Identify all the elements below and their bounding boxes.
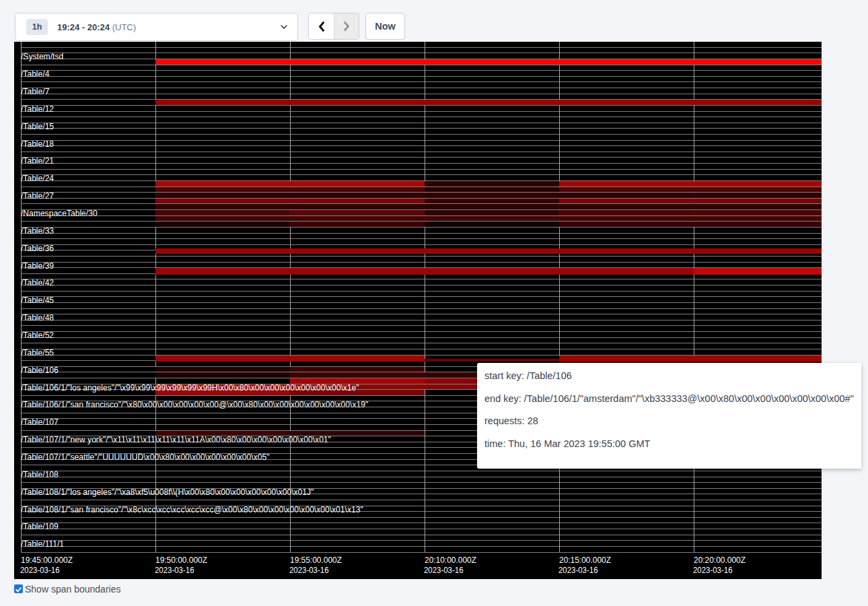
svg-text:/Table/108/1/"los angeles"/"\x: /Table/108/1/"los angeles"/"\xa8\xf5\u00… <box>21 487 314 497</box>
svg-text:/Table/109: /Table/109 <box>21 522 59 531</box>
svg-text:/Table/27: /Table/27 <box>21 191 54 201</box>
svg-text:/Table/106/1/"los angeles"/"\x: /Table/106/1/"los angeles"/"\x99\x99\x99… <box>21 383 359 393</box>
svg-text:/Table/15: /Table/15 <box>21 122 54 131</box>
svg-text:2023-03-16: 2023-03-16 <box>20 565 60 575</box>
svg-text:/System/tsd: /System/tsd <box>21 52 63 61</box>
svg-text:19:55:00.000Z: 19:55:00.000Z <box>290 555 342 565</box>
svg-text:/Table/106: /Table/106 <box>21 366 59 375</box>
svg-text:/Table/111/1: /Table/111/1 <box>21 539 64 549</box>
svg-text:/Table/107/1/"new york"/"\x11\: /Table/107/1/"new york"/"\x11\x11\x11\x1… <box>21 435 331 444</box>
svg-text:/Table/12: /Table/12 <box>21 104 54 114</box>
svg-text:2023-03-16: 2023-03-16 <box>289 565 329 575</box>
svg-text:/Table/55: /Table/55 <box>21 348 54 358</box>
svg-text:20:15:00.000Z: 20:15:00.000Z <box>559 555 611 565</box>
svg-text:/Table/33: /Table/33 <box>21 226 54 236</box>
svg-text:2023-03-16: 2023-03-16 <box>155 565 194 575</box>
svg-text:/NamespaceTable/30: /NamespaceTable/30 <box>21 209 98 218</box>
svg-text:/Table/107: /Table/107 <box>21 417 59 427</box>
svg-text:/Table/106/1/"san francisco"/": /Table/106/1/"san francisco"/"\x80\x00\x… <box>21 400 368 409</box>
svg-text:/Table/108: /Table/108 <box>21 470 59 479</box>
svg-text:/Table/42: /Table/42 <box>21 278 54 288</box>
svg-text:/Table/107/1/"seattle"/"UUUUUU: /Table/107/1/"seattle"/"UUUUUUD\x00\x80\… <box>21 452 269 462</box>
svg-text:/Table/7: /Table/7 <box>21 87 50 96</box>
svg-text:/Table/24: /Table/24 <box>21 174 54 183</box>
svg-text:20:10:00.000Z: 20:10:00.000Z <box>425 555 476 565</box>
svg-text:19:50:00.000Z: 19:50:00.000Z <box>155 555 207 565</box>
svg-text:19:45:00.000Z: 19:45:00.000Z <box>21 555 73 565</box>
svg-text:/Table/108/1/"san francisco"/": /Table/108/1/"san francisco"/"\x8c\xcc\x… <box>21 505 363 514</box>
svg-text:/Table/36: /Table/36 <box>21 244 54 253</box>
svg-text:/Table/45: /Table/45 <box>21 296 54 305</box>
svg-text:2023-03-16: 2023-03-16 <box>693 565 733 575</box>
svg-text:/Table/39: /Table/39 <box>21 261 54 271</box>
svg-text:/Table/48: /Table/48 <box>21 313 54 323</box>
svg-text:/Table/52: /Table/52 <box>21 331 54 340</box>
svg-text:2023-03-16: 2023-03-16 <box>424 565 464 575</box>
svg-text:/Table/4: /Table/4 <box>21 69 50 79</box>
svg-text:/Table/21: /Table/21 <box>21 156 54 166</box>
svg-text:/Table/18: /Table/18 <box>21 139 54 149</box>
svg-text:2023-03-16: 2023-03-16 <box>558 565 598 575</box>
svg-text:20:20:00.000Z: 20:20:00.000Z <box>694 555 746 565</box>
